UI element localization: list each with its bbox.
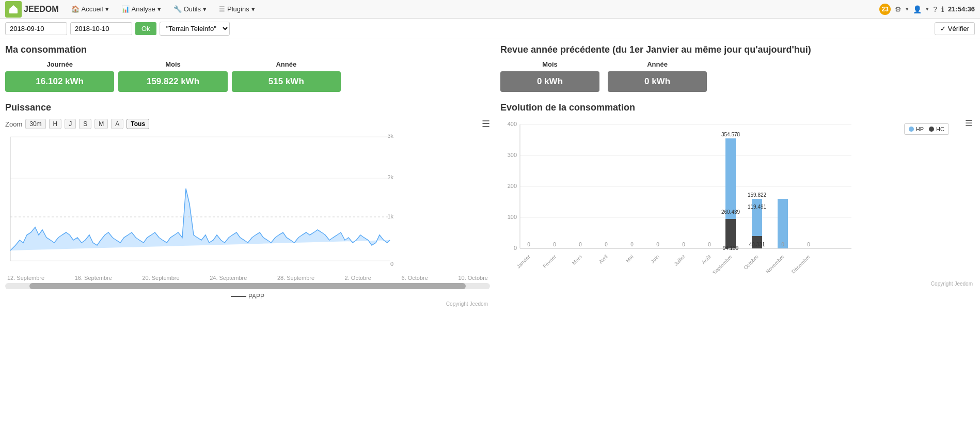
notification-badge[interactable]: 23 — [879, 4, 891, 15]
x-label-6: 6. Octobre — [402, 275, 428, 281]
puissance-title: Puissance — [5, 102, 490, 113]
bar-legend: HP HC — [904, 123, 949, 135]
svg-text:0: 0 — [708, 242, 711, 247]
nov-hp-bar — [778, 199, 788, 248]
legend-line-icon — [231, 296, 246, 297]
hp-dot — [909, 127, 914, 132]
chart-scrollbar[interactable] — [5, 283, 490, 289]
nav-right: 23 ⚙ ▾ 👤 ▾ ? ℹ 21:54:36 — [879, 4, 975, 15]
svg-rect-0 — [9, 9, 18, 13]
svg-marker-1 — [9, 5, 18, 9]
svg-text:0: 0 — [579, 242, 582, 247]
journee-value: 16.102 kWh — [5, 71, 114, 92]
svg-text:0: 0 — [514, 245, 517, 251]
zoom-tous[interactable]: Tous — [127, 119, 149, 129]
hc-legend: HC — [929, 126, 944, 132]
evolution-menu-icon[interactable]: ☰ — [965, 118, 972, 128]
svg-text:Mai: Mai — [625, 254, 635, 263]
svg-text:Décembre: Décembre — [791, 254, 812, 275]
verify-button[interactable]: ✓ Vérifier — [935, 22, 975, 35]
x-label-4: 28. Septembre — [277, 275, 314, 281]
x-label-3: 24. Septembre — [210, 275, 247, 281]
svg-text:3k: 3k — [387, 133, 393, 139]
svg-text:159.822: 159.822 — [748, 192, 767, 198]
help-icon[interactable]: ? — [933, 5, 937, 13]
settings-icon[interactable]: ⚙ — [895, 5, 902, 13]
legend-papp-label: PAPP — [248, 293, 264, 300]
puissance-chart: 3k 2k 0 1k — [5, 132, 398, 271]
revue-annee-label: Année — [608, 60, 707, 68]
svg-text:0: 0 — [807, 242, 810, 247]
nav-analyse[interactable]: 📊 Analyse ▾ — [116, 2, 166, 16]
zoom-m[interactable]: M — [94, 119, 108, 129]
chevron-down-icon-4: ▾ — [251, 5, 255, 13]
evolution-chart: 400 300 200 100 0 0 0 — [500, 118, 862, 278]
svg-text:0: 0 — [781, 242, 784, 247]
evolution-title: Evolution de la consommation — [500, 102, 975, 113]
clock: 21:54:36 — [948, 5, 975, 13]
date-from-input[interactable] — [5, 22, 67, 35]
ok-button[interactable]: Ok — [135, 22, 156, 35]
nav-plugins[interactable]: ☰ Plugins ▾ — [214, 2, 260, 16]
mois-value: 159.822 kWh — [118, 71, 227, 92]
nav-outils[interactable]: 🔧 Outils ▾ — [168, 2, 212, 16]
svg-text:Juillet: Juillet — [673, 254, 686, 267]
check-icon: ✓ — [940, 25, 946, 33]
x-label-2: 20. Septembre — [142, 275, 179, 281]
svg-text:Septembre: Septembre — [712, 254, 734, 276]
svg-text:0: 0 — [656, 242, 659, 247]
info-icon[interactable]: ℹ — [941, 5, 944, 13]
puissance-x-labels: 12. Septembre 16. Septembre 20. Septembr… — [5, 275, 490, 281]
zoom-j[interactable]: J — [65, 119, 76, 129]
svg-text:Janvier: Janvier — [515, 254, 531, 270]
journee-label: Journée — [5, 60, 114, 68]
svg-text:Avril: Avril — [598, 254, 609, 264]
date-to-input[interactable] — [70, 22, 132, 35]
consomm-mois: Mois 159.822 kWh — [118, 60, 227, 92]
zoom-a[interactable]: A — [111, 119, 123, 129]
revue-section: Revue année précédente (du 1er Janvier a… — [490, 44, 975, 97]
nav-accueil[interactable]: 🏠 Accueil ▾ — [66, 2, 114, 16]
zoom-bar: Zoom 30m H J S M A Tous ☰ — [5, 118, 490, 130]
hp-label: HP — [916, 126, 924, 132]
mois-label: Mois — [118, 60, 227, 68]
svg-text:0: 0 — [390, 261, 393, 267]
svg-text:40.331: 40.331 — [749, 242, 765, 247]
navbar: JEEDOM 🏠 Accueil ▾ 📊 Analyse ▾ 🔧 Outils … — [0, 0, 980, 19]
chart-menu-icon[interactable]: ☰ — [482, 118, 490, 130]
revue-mois: Mois 0 kWh — [500, 60, 599, 92]
revue-title: Revue année précédente (du 1er Janvier a… — [500, 44, 975, 55]
sep-hp-bar — [725, 138, 736, 219]
evolution-section: Evolution de la consommation HP HC 400 3… — [490, 102, 975, 308]
evolution-copyright: Copyright Jeedom — [500, 280, 975, 288]
revue-mois-value: 0 kWh — [500, 71, 599, 92]
main-top: Ma consommation Journée 16.102 kWh Mois … — [0, 39, 980, 97]
svg-text:94.139: 94.139 — [723, 245, 739, 251]
consomm-annee: Année 515 kWh — [232, 60, 341, 92]
svg-text:Février: Février — [542, 254, 557, 269]
consommation-section: Ma consommation Journée 16.102 kWh Mois … — [5, 44, 490, 97]
sep-hc-bar — [725, 219, 736, 248]
zoom-30m[interactable]: 30m — [25, 119, 45, 129]
logo-icon — [5, 1, 22, 18]
svg-text:200: 200 — [508, 183, 517, 189]
brand: JEEDOM — [5, 1, 59, 18]
brand-text: JEEDOM — [24, 5, 59, 14]
zoom-s[interactable]: S — [79, 119, 91, 129]
nav-outils-label: Outils — [184, 5, 201, 13]
svg-text:1k: 1k — [387, 213, 393, 219]
user-icon[interactable]: 👤 — [913, 5, 922, 13]
x-label-0: 12. Septembre — [7, 275, 44, 281]
consommation-title: Ma consommation — [5, 44, 490, 55]
revue-mois-label: Mois — [500, 60, 599, 68]
chart-icon: 📊 — [121, 5, 130, 13]
zoom-h[interactable]: H — [49, 119, 62, 129]
svg-text:300: 300 — [508, 152, 517, 158]
chart-legend: PAPP — [5, 291, 490, 300]
hp-legend: HP — [909, 126, 924, 132]
svg-text:Mars: Mars — [571, 254, 583, 266]
puissance-section: Puissance Zoom 30m H J S M A Tous ☰ 3k 2… — [5, 102, 490, 308]
device-select[interactable]: "Terrain Teleinfo" — [160, 22, 230, 36]
annee-label: Année — [232, 60, 341, 68]
hc-label: HC — [936, 126, 944, 132]
